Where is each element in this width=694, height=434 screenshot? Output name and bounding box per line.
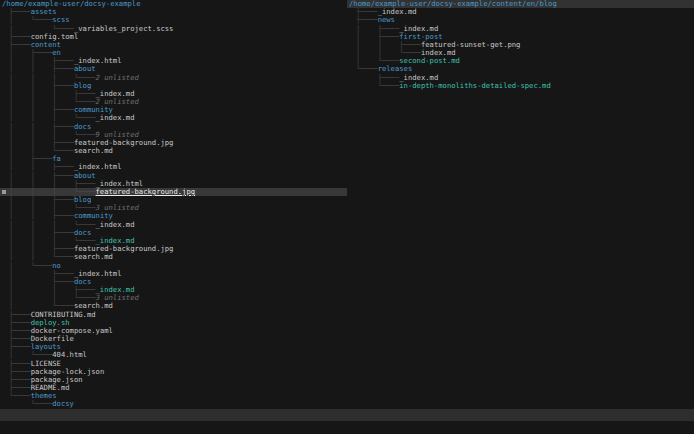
tree-row-file[interactable]: ├────package.json [0, 376, 347, 384]
tree-row-file[interactable]: ├────Dockerfile [0, 335, 347, 343]
tree-row-directory[interactable]: │ ├────fa [0, 155, 347, 163]
tree-branch-lines: │ │ │ └──── [9, 204, 96, 212]
directory-name: releases [378, 65, 413, 73]
tree-row-file[interactable]: ├────deploy.sh [0, 319, 347, 327]
tree-row-file[interactable]: │ │ └────search.md [0, 253, 347, 261]
tree-row-directory[interactable]: │ ├────en [0, 49, 347, 57]
file-name: in-depth-monoliths-detailed-spec.md [399, 82, 550, 90]
tree-branch-lines: │ ├──── [9, 270, 74, 278]
tree-row-directory[interactable]: │ │ ├────blog [0, 82, 347, 90]
directory-name: docs [74, 123, 91, 131]
tree-row-file[interactable]: │ │ ├────_index.md [0, 286, 347, 294]
tree-row-file[interactable]: │ │ │ ├────_index.md [0, 90, 347, 98]
tree-branch-lines: │ │ │ ├──── [9, 90, 96, 98]
tree-row-directory[interactable]: │ │ ├────docs [0, 123, 347, 131]
tree-row-file[interactable]: │ │ └────search.md [0, 147, 347, 155]
left-panel-root-path[interactable]: /home/example-user/docsy-example [0, 0, 347, 8]
tree-row-file[interactable]: │ │ ├────featured-sunset-get.png [347, 41, 694, 49]
directory-name: about [74, 172, 96, 180]
tree-row-file[interactable]: ├────_index.md [347, 8, 694, 16]
tree-row-directory[interactable]: │ │ ├────about [0, 65, 347, 73]
file-name: _index.md [96, 221, 135, 229]
tree-row-file[interactable]: │ │ │ └────2 unlisted [0, 74, 347, 82]
tree-row-file[interactable]: │ │ └────3 unlisted [0, 294, 347, 302]
tree-row-file[interactable]: ├────CONTRIBUTING.md [0, 311, 347, 319]
tree-row-file[interactable]: ├────_index.md [347, 74, 694, 82]
tree-row-file[interactable]: └────in-depth-monoliths-detailed-spec.md [347, 82, 694, 90]
tree-row-file[interactable]: │ │ │ └────_index.md [0, 114, 347, 122]
tree-row-file[interactable]: │ └────_variables_project.scss [0, 25, 347, 33]
file-name: _index.html [74, 57, 122, 65]
tree-branch-lines: ├──── [9, 376, 31, 384]
tree-row-file[interactable]: │ │ ├────_index.html [0, 163, 347, 171]
right-panel-root-path[interactable]: /home/example-user/docsy-example/content… [347, 0, 694, 8]
directory-name: news [378, 16, 395, 24]
file-name: _index.md [399, 74, 438, 82]
tree-branch-lines: │ │ ├──── [9, 172, 74, 180]
tree-row-file[interactable]: │ └────second-post.md [347, 57, 694, 65]
tree-row-file[interactable]: │ │ │ └────2 unlisted [0, 98, 347, 106]
tree-row-file[interactable]: │ │ ├────featured-background.jpg [0, 139, 347, 147]
tree-row-directory[interactable]: │ └────no [0, 262, 347, 270]
tree-branch-lines: │ │ ├──── [9, 212, 74, 220]
tree-row-file[interactable]: │ ├────_index.html [0, 270, 347, 278]
tree-row-directory[interactable]: └────releases [347, 65, 694, 73]
tree-branch-lines: │ └──── [356, 57, 399, 65]
tree-row-directory[interactable]: │ │ ├────about [0, 172, 347, 180]
tree-row-file[interactable]: │ │ │ └────_index.md [0, 237, 347, 245]
directory-name: blog [74, 196, 91, 204]
tree-row-directory[interactable]: ├────layouts [0, 343, 347, 351]
tree-row-file[interactable]: │ │ │ └────3 unlisted [0, 204, 347, 212]
tree-row-file[interactable]: │ │ ├────_index.html [0, 57, 347, 65]
directory-name: en [52, 49, 61, 57]
directory-name: about [74, 65, 96, 73]
tree-row-directory[interactable]: ├────assets [0, 8, 347, 16]
tree-row-file[interactable]: │ │ │ └────9 unlisted [0, 131, 347, 139]
tree-branch-lines: │ └──── [9, 351, 52, 359]
tree-branch-lines: │ ├──── [9, 155, 52, 163]
file-name: _index.md [96, 90, 135, 98]
tree-branch-lines: │ │ │ └──── [9, 131, 96, 139]
directory-name: no [52, 262, 61, 270]
tree-row-directory[interactable]: │ ├────docs [0, 278, 347, 286]
tree-row-directory[interactable]: │ ├────first-post [347, 33, 694, 41]
tree-row-file[interactable]: │ │ │ ├────_index.html [0, 180, 347, 188]
tree-row-file[interactable]: │ └────404.html [0, 351, 347, 359]
tree-row-file[interactable]: │ └────search.md [0, 302, 347, 310]
tree-row-file[interactable]: │ ├────_index.md [347, 25, 694, 33]
tree-row-directory[interactable]: ├────news [347, 16, 694, 24]
file-name: featured-background.jpg [74, 245, 174, 253]
tree-row-file[interactable]: │ │ │ └────_index.md [0, 221, 347, 229]
tree-branch-lines: │ │ │ └──── [9, 221, 96, 229]
directory-name: docs [74, 229, 91, 237]
directory-name: docsy [52, 400, 74, 408]
tree-row-file[interactable]: │ │ │ └────featured-background.jpg [0, 188, 347, 196]
tree-row-directory[interactable]: └────docsy [0, 400, 347, 408]
file-name: search.md [74, 302, 113, 310]
tree-row-directory[interactable]: │ └────scss [0, 16, 347, 24]
tree-row-file[interactable]: │ │ ├────featured-background.jpg [0, 245, 347, 253]
tree-row-file[interactable]: │ │ └────index.md [347, 49, 694, 57]
tree-row-directory[interactable]: └────themes [0, 392, 347, 400]
tree-row-directory[interactable]: │ │ ├────community [0, 212, 347, 220]
tree-row-directory[interactable]: │ │ ├────community [0, 106, 347, 114]
tree-branch-lines: └──── [356, 82, 399, 90]
left-file-tree-panel: /home/example-user/docsy-example ├────as… [0, 0, 347, 409]
tree-row-file[interactable]: ├────package-lock.json [0, 368, 347, 376]
tree-branch-lines: └──── [9, 400, 52, 408]
directory-name: content [31, 41, 61, 49]
tree-branch-lines: ├──── [9, 41, 31, 49]
tree-row-directory[interactable]: │ │ ├────blog [0, 196, 347, 204]
tree-row-file[interactable]: ├────docker-compose.yaml [0, 327, 347, 335]
tree-branch-lines: ├──── [356, 16, 378, 24]
tree-branch-lines: ├──── [356, 74, 399, 82]
command-input-line[interactable]: :cpp h:n gi:y [0, 421, 694, 434]
tree-row-file[interactable]: ├────config.toml [0, 33, 347, 41]
directory-name: layouts [31, 343, 61, 351]
tree-row-directory[interactable]: │ │ ├────docs [0, 229, 347, 237]
tree-row-file[interactable]: ├────README.md [0, 384, 347, 392]
directory-name: scss [52, 16, 69, 24]
tree-row-file[interactable]: ├────LICENSE [0, 360, 347, 368]
tree-branch-lines: │ │ ├──── [9, 245, 74, 253]
tree-row-directory[interactable]: ├────content [0, 41, 347, 49]
